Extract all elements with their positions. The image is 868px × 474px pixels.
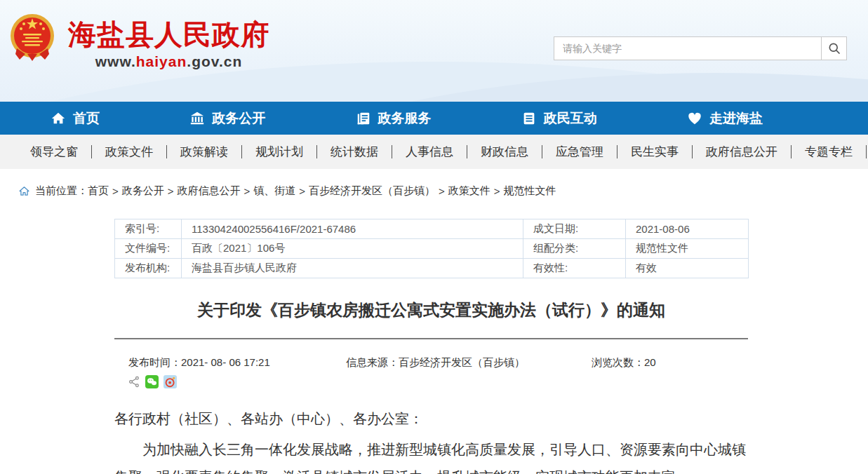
nav-item-label: 走进海盐: [709, 109, 763, 128]
subnav-item-policy-documents[interactable]: 政策文件: [92, 144, 166, 160]
list-icon: [521, 111, 537, 126]
publish-time: 发布时间：2021- 08- 06 17:21: [128, 356, 346, 370]
subnav-item-emergency[interactable]: 应急管理: [542, 144, 617, 160]
info-label-issuing-agency: 发布机构:: [115, 259, 182, 278]
subnav-item-finance[interactable]: 财政信息: [467, 144, 542, 160]
search-box: [554, 36, 847, 60]
article-paragraph: 为加快融入长三角一体化发展战略，推进新型城镇化高质量发展，引导人口、资源要素向中…: [114, 436, 748, 474]
site-url: www.haiyan.gov.cn: [68, 53, 269, 70]
view-count: 浏览次数：20: [592, 356, 656, 370]
subnav-item-livelihood[interactable]: 民生实事: [617, 144, 692, 160]
info-source-value: 百步经济开发区（百步镇）: [399, 356, 525, 368]
breadcrumb-separator: >: [494, 185, 500, 197]
site-url-suffix: .gov.cn: [187, 53, 242, 69]
info-label-validity: 有效性:: [523, 259, 626, 278]
info-value-document-number: 百政〔2021〕106号: [182, 239, 523, 259]
weibo-icon: [163, 375, 177, 388]
site-title: 海盐县人民政府: [68, 18, 269, 50]
info-label-issue-date: 成文日期:: [523, 219, 626, 239]
site-url-prefix: www.: [95, 53, 136, 69]
subnav-item-special-topics[interactable]: 专题专栏: [792, 144, 866, 160]
search-icon: [827, 41, 841, 55]
breadcrumb-separator: >: [439, 185, 445, 197]
breadcrumb-item-normative-documents[interactable]: 规范性文件: [504, 184, 556, 198]
document-icon: [356, 111, 371, 126]
info-value-issuing-agency: 海盐县百步镇人民政府: [182, 259, 523, 278]
breadcrumb-item-info-disclosure[interactable]: 政府信息公开: [178, 184, 241, 198]
info-value-issue-date: 2021-08-06: [626, 219, 749, 239]
subnav-item-leaders[interactable]: 领导之窗: [17, 144, 91, 160]
site-header: 海盐县人民政府 www.haiyan.gov.cn: [0, 0, 868, 102]
breadcrumb-item-policy-documents[interactable]: 政策文件: [448, 184, 490, 198]
page-title: 关于印发《百步镇农房搬迁公寓式安置实施办法（试行）》的通知: [114, 299, 748, 321]
subnav-item-policy-interpretation[interactable]: 政策解读: [167, 144, 241, 160]
search-input[interactable]: [554, 36, 821, 60]
subnav-item-personnel[interactable]: 人事信息: [392, 144, 467, 160]
info-value-validity: 有效: [626, 259, 749, 278]
table-row: 发布机构: 海盐县百步镇人民政府 有效性: 有效: [115, 259, 749, 278]
info-value-category: 规范性文件: [626, 239, 749, 259]
breadcrumb-separator: >: [112, 185, 119, 197]
article-paragraph: 各行政村（社区）、各站办（中心）、各办公室：: [114, 405, 748, 433]
title-divider: [114, 338, 748, 339]
table-row: 索引号: 11330424002556416F/2021-67486 成文日期:…: [115, 219, 749, 239]
document-content: 索引号: 11330424002556416F/2021-67486 成文日期:…: [114, 219, 748, 474]
info-label-index-number: 索引号:: [115, 219, 182, 239]
document-info-table: 索引号: 11330424002556416F/2021-67486 成文日期:…: [114, 219, 749, 278]
heart-icon: [687, 111, 702, 126]
breadcrumb-item-gov-affairs[interactable]: 政务公开: [122, 184, 164, 198]
nav-item-label: 政务服务: [378, 109, 432, 128]
breadcrumb-separator: >: [299, 185, 305, 197]
share-bar: [114, 375, 748, 388]
breadcrumb-separator: >: [244, 185, 251, 197]
breadcrumb-separator: >: [168, 185, 174, 197]
view-count-value: 20: [644, 356, 656, 368]
info-source: 信息来源：百步经济开发区（百步镇）: [346, 356, 592, 370]
nav-item-gov-services[interactable]: 政务服务: [356, 109, 432, 128]
article-meta: 发布时间：2021- 08- 06 17:21 信息来源：百步经济开发区（百步镇…: [114, 356, 748, 370]
subnav-item-gov-info-disclosure[interactable]: 政府信息公开: [693, 144, 791, 160]
info-source-label: 信息来源：: [346, 356, 399, 368]
publish-time-label: 发布时间：: [128, 356, 181, 368]
national-emblem-logo: [8, 12, 56, 62]
share-weibo-button[interactable]: [163, 375, 177, 388]
breadcrumb-item-towns[interactable]: 镇、街道: [253, 184, 295, 198]
publish-time-value: 2021- 08- 06 17:21: [181, 356, 270, 368]
table-row: 文件编号: 百政〔2021〕106号 组配分类: 规范性文件: [115, 239, 749, 259]
article-body: 各行政村（社区）、各站办（中心）、各办公室： 为加快融入长三角一体化发展战略，推…: [114, 405, 748, 474]
info-label-category: 组配分类:: [523, 239, 626, 259]
nav-item-label: 政务公开: [212, 109, 265, 128]
breadcrumb-prefix: 当前位置：: [35, 184, 88, 198]
nav-item-about-haiyan[interactable]: 走进海盐: [687, 109, 763, 128]
nav-item-interaction[interactable]: 政民互动: [521, 109, 597, 128]
site-url-highlight: haiyan: [136, 53, 187, 69]
info-label-document-number: 文件编号:: [115, 239, 182, 259]
breadcrumb-item-home[interactable]: 首页: [88, 184, 109, 198]
wechat-icon: [145, 375, 159, 388]
share-nodes-icon: [128, 376, 140, 388]
breadcrumb: 当前位置： 首页 > 政务公开 > 政府信息公开 > 镇、街道 > 百步经济开发…: [18, 184, 868, 198]
search-button[interactable]: [821, 36, 847, 60]
nav-item-label: 首页: [73, 109, 100, 128]
nav-item-gov-affairs[interactable]: 政务公开: [189, 109, 265, 128]
site-brand: 海盐县人民政府 www.haiyan.gov.cn: [68, 18, 269, 70]
subnav-item-statistics[interactable]: 统计数据: [317, 144, 392, 160]
nav-item-label: 政民互动: [544, 109, 597, 128]
bank-icon: [189, 111, 205, 126]
breadcrumb-home-icon: [18, 185, 30, 197]
breadcrumb-item-baibu-zone[interactable]: 百步经济开发区（百步镇）: [309, 184, 435, 198]
share-button[interactable]: [128, 376, 140, 388]
share-wechat-button[interactable]: [145, 375, 159, 388]
nav-item-home[interactable]: 首页: [51, 109, 100, 128]
sub-nav: 领导之窗 政策文件 政策解读 规划计划 统计数据 人事信息 财政信息 应急管理 …: [0, 135, 868, 169]
main-nav: 首页 政务公开 政务服务 政民互动: [0, 102, 868, 135]
info-value-index-number: 11330424002556416F/2021-67486: [182, 219, 523, 239]
subnav-separator: [866, 145, 867, 158]
home-icon: [51, 111, 66, 126]
subnav-item-planning[interactable]: 规划计划: [242, 144, 316, 160]
view-count-label: 浏览次数：: [592, 356, 644, 368]
